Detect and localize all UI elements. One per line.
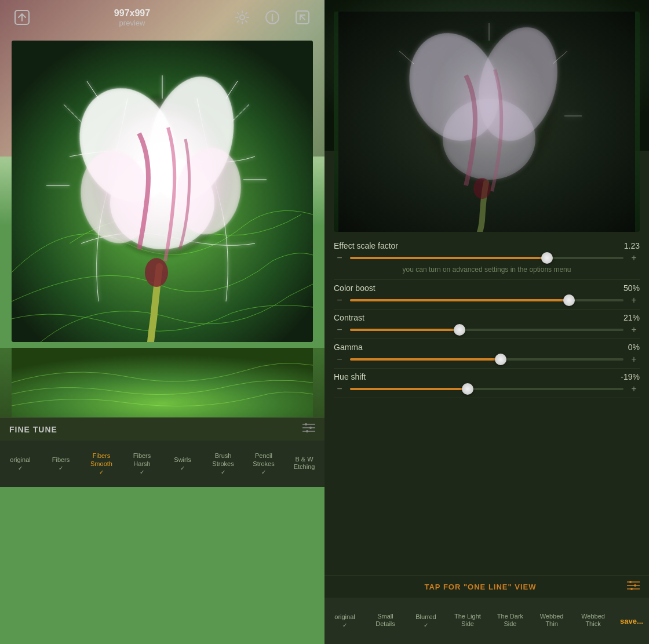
export-button[interactable]	[292, 7, 313, 28]
left-bottom-area	[0, 348, 324, 417]
slider-label: Gamma	[334, 343, 363, 352]
left-panel: 997x997 preview	[0, 0, 324, 644]
slider-row-4: Hue shift -19% − +	[334, 369, 640, 398]
image-dimensions: 997x997	[114, 8, 150, 19]
one-line-view-button[interactable]: TAP FOR "ONE LINE" VIEW	[334, 583, 627, 591]
left-filter-item-0[interactable]: original✓	[0, 441, 41, 487]
slider-minus[interactable]: −	[334, 384, 345, 394]
slider-track[interactable]	[350, 299, 624, 301]
slider-header: Color boost 50%	[334, 283, 640, 293]
left-header: 997x997 preview	[0, 0, 324, 35]
filter-name: Fibers	[52, 456, 70, 464]
import-button[interactable]	[12, 7, 32, 28]
slider-track[interactable]	[350, 358, 624, 361]
right-filter-item-5[interactable]: Webbed Thin	[531, 598, 572, 644]
left-filter-item-3[interactable]: Fibers Harsh✓	[122, 441, 162, 487]
slider-thumb[interactable]	[462, 383, 473, 395]
slider-minus[interactable]: −	[334, 325, 345, 335]
filter-check: ✓	[18, 465, 23, 471]
slider-track[interactable]	[350, 329, 624, 331]
slider-header: Contrast 21%	[334, 313, 640, 322]
filter-check: ✓	[221, 469, 225, 475]
slider-thumb[interactable]	[454, 324, 465, 336]
filter-check: ✓	[59, 465, 63, 471]
filter-name: Brush Strokes	[206, 452, 240, 467]
slider-value: 0%	[628, 343, 640, 352]
slider-plus[interactable]: +	[628, 253, 640, 263]
filter-check: ✓	[140, 469, 144, 475]
right-image	[334, 12, 640, 232]
right-filter-item-6[interactable]: Webbed Thick	[572, 598, 614, 644]
settings-panel: Effect scale factor 1.23 − + you can tur…	[324, 238, 649, 575]
filter-name: Webbed Thick	[575, 613, 611, 628]
slider-minus[interactable]: −	[334, 295, 345, 305]
preview-label: preview	[114, 19, 150, 27]
slider-minus[interactable]: −	[334, 354, 345, 365]
slider-container: − +	[334, 253, 640, 263]
right-filter-item-0[interactable]: original✓	[324, 598, 365, 644]
slider-value: -19%	[621, 372, 640, 381]
filter-check: ✓	[180, 465, 185, 471]
slider-plus[interactable]: +	[628, 354, 640, 365]
filter-name: The Dark Side	[493, 613, 528, 628]
slider-fill	[350, 358, 501, 361]
slider-container: − +	[334, 354, 640, 365]
slider-container: − +	[334, 295, 640, 305]
filter-check: ✓	[261, 469, 266, 475]
slider-plus[interactable]: +	[628, 384, 640, 394]
slider-fill	[350, 329, 460, 331]
slider-value: 21%	[624, 313, 640, 322]
slider-fill	[350, 257, 547, 259]
filter-name: Blurred	[415, 613, 436, 621]
right-filter-item-2[interactable]: Blurred✓	[406, 598, 446, 644]
left-filter-item-2[interactable]: Fibers Smooth✓	[81, 441, 122, 487]
left-filter-item-4[interactable]: Swirls✓	[162, 441, 203, 487]
svg-point-23	[305, 423, 307, 425]
slider-container: − +	[334, 384, 640, 394]
slider-plus[interactable]: +	[628, 325, 640, 335]
slider-value: 1.23	[624, 241, 640, 250]
filter-check: ✓	[342, 622, 347, 628]
right-image-area	[334, 12, 640, 232]
filter-name: Webbed Thin	[535, 613, 568, 628]
slider-row-2: Contrast 21% − +	[334, 310, 640, 339]
slider-label: Contrast	[334, 313, 364, 322]
slider-container: − +	[334, 325, 640, 335]
info-button[interactable]	[262, 7, 283, 28]
right-filter-item-1[interactable]: Small Details	[365, 598, 406, 644]
left-filter-item-6[interactable]: Pencil Strokes✓	[243, 441, 284, 487]
left-filter-item-1[interactable]: Fibers✓	[41, 441, 81, 487]
slider-label: Effect scale factor	[334, 241, 398, 250]
left-filter-item-7[interactable]: B & W Etching	[284, 441, 324, 487]
slider-minus[interactable]: −	[334, 253, 345, 263]
filter-name: original	[334, 613, 355, 621]
right-filter-item-4[interactable]: The Dark Side	[489, 598, 531, 644]
settings-button[interactable]	[232, 7, 253, 28]
slider-header: Effect scale factor 1.23	[334, 241, 640, 250]
right-filter-item-3[interactable]: The Light Side	[446, 598, 489, 644]
one-line-bar: TAP FOR "ONE LINE" VIEW	[324, 575, 649, 598]
slider-row-1: Color boost 50% − +	[334, 280, 640, 310]
right-filter-strip: original✓Small DetailsBlurred✓The Light …	[324, 598, 649, 644]
left-image-container	[12, 41, 313, 342]
slider-track[interactable]	[350, 388, 624, 390]
slider-track[interactable]	[350, 257, 624, 259]
slider-value: 50%	[624, 283, 640, 293]
save-button[interactable]: save...	[614, 598, 649, 644]
slider-plus[interactable]: +	[628, 295, 640, 305]
svg-point-18	[145, 258, 168, 287]
slider-hint: you can turn on advanced settings in the…	[334, 263, 640, 276]
filter-name: The Light Side	[450, 613, 486, 628]
svg-point-36	[473, 178, 491, 199]
svg-point-40	[629, 581, 632, 583]
slider-label: Color boost	[334, 283, 375, 293]
filter-check: ✓	[99, 469, 104, 475]
slider-thumb[interactable]	[495, 354, 506, 365]
left-filter-item-5[interactable]: Brush Strokes✓	[203, 441, 243, 487]
slider-thumb[interactable]	[563, 294, 575, 306]
svg-point-25	[306, 430, 308, 432]
slider-row-0: Effect scale factor 1.23 − + you can tur…	[334, 238, 640, 280]
slider-fill	[350, 299, 569, 301]
filter-name: Fibers Smooth	[85, 452, 118, 467]
slider-thumb[interactable]	[541, 252, 553, 264]
